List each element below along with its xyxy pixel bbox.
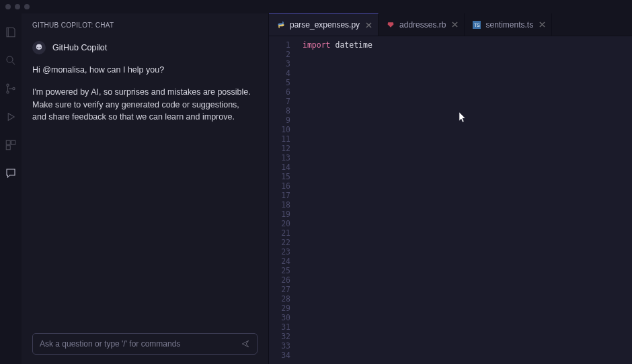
close-icon[interactable] (538, 21, 546, 29)
line-number-gutter: 1234567891011121314151617181920212223242… (269, 36, 297, 364)
chat-icon[interactable] (4, 167, 17, 180)
code-line[interactable] (303, 125, 632, 134)
line-number: 18 (269, 200, 290, 210)
code-line[interactable] (303, 332, 632, 341)
line-number: 10 (269, 125, 290, 134)
code-line[interactable] (303, 181, 632, 191)
code-line[interactable] (303, 313, 632, 322)
chat-body: GitHub Copilot Hi @monalisa, how can I h… (22, 36, 268, 326)
line-number: 28 (269, 294, 290, 304)
line-number: 9 (269, 116, 290, 125)
code-line[interactable] (303, 200, 632, 210)
code-line[interactable] (303, 247, 632, 257)
line-number: 1 (269, 40, 290, 50)
traffic-light-minimize[interactable] (15, 4, 20, 9)
code-line[interactable] (303, 172, 632, 181)
code-line[interactable] (303, 266, 632, 275)
close-icon[interactable] (364, 21, 372, 29)
line-number: 8 (269, 106, 290, 116)
code-line[interactable] (303, 275, 632, 285)
code-line[interactable]: import datetime (303, 40, 632, 50)
line-number: 6 (269, 87, 290, 97)
extensions-icon[interactable] (4, 138, 17, 152)
code-line[interactable] (303, 257, 632, 266)
code-line[interactable] (303, 341, 632, 351)
code-line[interactable] (303, 238, 632, 247)
tab-label: parse_expenses.py (290, 20, 360, 30)
code-line[interactable] (303, 294, 632, 304)
code-line[interactable] (303, 116, 632, 125)
line-number: 5 (269, 78, 290, 87)
svg-rect-5 (11, 140, 15, 144)
run-debug-icon[interactable] (4, 110, 17, 124)
source-control-icon[interactable] (4, 82, 17, 95)
line-number: 20 (269, 219, 290, 228)
file-type-icon (277, 21, 285, 29)
code-line[interactable] (303, 163, 632, 172)
tab-label: sentiments.ts (485, 20, 533, 30)
chat-greeting: Hi @monalisa, how can I help you? (32, 61, 258, 86)
tab-sentiments-ts[interactable]: TSsentiments.ts (465, 13, 552, 36)
code-line[interactable] (303, 351, 632, 360)
code-line[interactable] (303, 87, 632, 97)
line-number: 29 (269, 304, 290, 313)
tab-addresses-rb[interactable]: addresses.rb (379, 13, 465, 36)
line-number: 31 (269, 322, 290, 332)
tab-parse_expenses-py[interactable]: parse_expenses.py (269, 13, 379, 36)
code-line[interactable] (303, 78, 632, 87)
line-number: 22 (269, 238, 290, 247)
traffic-light-zoom[interactable] (24, 4, 30, 9)
chat-input[interactable] (40, 339, 234, 349)
copilot-chat-panel: GITHUB COPILOT: CHAT GitHub Copilot Hi @… (22, 13, 269, 364)
code-line[interactable] (303, 322, 632, 332)
line-number: 7 (269, 97, 290, 106)
send-icon[interactable] (239, 338, 251, 350)
code-line[interactable] (303, 191, 632, 200)
code-line[interactable] (303, 134, 632, 144)
search-icon[interactable] (4, 54, 17, 67)
line-number: 2 (269, 50, 290, 59)
svg-point-1 (7, 84, 9, 86)
chat-author-name: GitHub Copilot (52, 42, 107, 54)
files-icon[interactable] (4, 26, 17, 39)
line-number: 32 (269, 332, 290, 341)
line-number: 23 (269, 247, 290, 257)
line-number: 19 (269, 210, 290, 219)
window-titlebar (0, 0, 632, 13)
svg-rect-4 (6, 140, 10, 144)
tab-label: addresses.rb (399, 20, 446, 30)
code-line[interactable] (303, 144, 632, 153)
code-line[interactable] (303, 50, 632, 59)
code-line[interactable] (303, 285, 632, 294)
line-number: 34 (269, 351, 290, 360)
code-line[interactable] (303, 210, 632, 219)
code-line[interactable] (303, 97, 632, 106)
chat-input-wrap (22, 326, 268, 364)
traffic-light-close[interactable] (5, 4, 11, 9)
code-line[interactable] (303, 153, 632, 163)
svg-point-3 (13, 87, 15, 89)
line-number: 11 (269, 134, 290, 144)
line-number: 13 (269, 153, 290, 163)
chat-input-box[interactable] (32, 333, 258, 355)
code-line[interactable] (303, 59, 632, 69)
code-line[interactable] (303, 228, 632, 238)
code-line[interactable] (303, 69, 632, 78)
editor-group: parse_expenses.pyaddresses.rbTSsentiment… (269, 13, 632, 364)
svg-point-2 (7, 91, 9, 93)
line-number: 3 (269, 59, 290, 69)
line-number: 16 (269, 181, 290, 191)
close-icon[interactable] (450, 21, 459, 29)
code-line[interactable] (303, 219, 632, 228)
code-content[interactable]: import datetime (297, 36, 632, 364)
code-line[interactable] (303, 106, 632, 116)
line-number: 30 (269, 313, 290, 322)
svg-rect-6 (6, 146, 10, 150)
panel-title: GITHUB COPILOT: CHAT (22, 13, 268, 36)
svg-text:TS: TS (475, 23, 481, 28)
line-number: 17 (269, 191, 290, 200)
code-line[interactable] (303, 304, 632, 313)
editor-area[interactable]: 1234567891011121314151617181920212223242… (269, 36, 632, 364)
line-number: 33 (269, 341, 290, 351)
activity-bar (0, 13, 22, 364)
